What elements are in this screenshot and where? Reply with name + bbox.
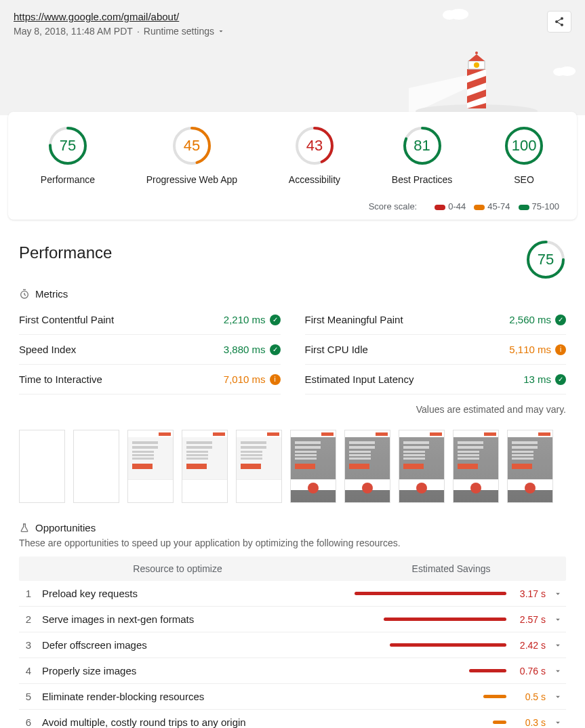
metric-value: 3,880 ms [224,344,266,355]
svg-point-11 [474,62,479,68]
opportunity-index: 1 [19,588,38,599]
opportunities-table-header: Resource to optimize Estimated Savings [19,557,566,581]
score-accessibility[interactable]: 43Accessibility [289,125,340,185]
opportunity-row[interactable]: 6 Avoid multiple, costly round trips to … [19,710,566,728]
opportunities-subheading: Opportunities [19,522,566,533]
metric-value: 2,210 ms [224,314,266,325]
svg-point-13 [475,52,478,54]
runtime-settings-toggle[interactable]: Runtime settings [144,26,225,37]
savings-bar [312,721,510,724]
filmstrip [19,430,566,503]
chevron-down-icon [550,718,566,727]
metric-value: 2,560 ms [509,314,551,325]
metric-row: First Contentful Paint2,210 ms✓ [19,305,281,335]
metrics-note: Values are estimated and may vary. [19,404,566,415]
scores-card: 75Performance45Progressive Web App43Acce… [8,112,577,220]
cloud-icon [550,64,577,77]
cloud-icon [439,5,470,20]
metric-name: Estimated Input Latency [305,373,414,385]
gauge-icon: 81 [402,125,443,166]
metric-row: Speed Index3,880 ms✓ [19,335,281,365]
savings-value: 2.57 s [509,614,550,625]
filmstrip-frame [73,430,119,503]
check-icon: ✓ [270,315,281,325]
metric-row: First Meaningful Paint2,560 ms✓ [305,305,567,335]
svg-point-3 [559,66,576,76]
lab-icon [19,523,30,533]
score-performance[interactable]: 75Performance [41,125,95,185]
svg-point-1 [449,9,468,20]
score-label: Progressive Web App [146,174,237,185]
check-icon: ✓ [270,344,281,355]
opportunity-index: 5 [19,691,38,702]
score-seo[interactable]: 100SEO [504,125,544,185]
opportunities-table: Resource to optimize Estimated Savings 1… [19,557,566,728]
separator-dot: · [137,26,140,37]
filmstrip-frame [19,430,65,503]
opportunity-name: Preload key requests [38,588,312,599]
savings-value: 3.17 s [509,588,550,599]
score-label: SEO [514,174,534,185]
opportunity-index: 4 [19,665,38,676]
report-header: https://www.google.com/gmail/about/ May … [0,0,585,115]
opportunity-row[interactable]: 4 Properly size images 0.76 s [19,658,566,684]
section-title-performance: Performance [19,243,112,262]
svg-marker-12 [468,54,485,61]
chevron-down-icon [550,641,566,650]
opportunity-row[interactable]: 2 Serve images in next-gen formats 2.57 … [19,607,566,632]
info-icon: i [270,374,281,385]
opportunity-name: Avoid multiple, costly round trips to an… [38,716,312,728]
score-label: Performance [41,174,95,185]
opportunity-index: 6 [19,716,38,728]
performance-gauge-large: 75 [525,239,566,280]
scale-range: 0-44 [435,201,466,211]
savings-value: 0.76 s [509,666,550,676]
score-label: Accessibility [289,174,340,185]
opportunity-row[interactable]: 5 Eliminate render-blocking resources 0.… [19,684,566,710]
score-scale-legend: Score scale: 0-4445-7475-100 [15,201,570,211]
score-progressive-web-app[interactable]: 45Progressive Web App [146,125,237,185]
metric-row: First CPU Idle5,110 msi [305,335,567,365]
filmstrip-frame [127,430,174,503]
scale-range: 75-100 [519,201,559,211]
timer-icon [19,289,30,300]
share-button[interactable] [547,11,571,33]
savings-value: 0.3 s [509,717,550,728]
opportunity-row[interactable]: 1 Preload key requests 3.17 s [19,581,566,607]
filmstrip-frame [236,430,282,503]
filmstrip-frame [507,430,553,503]
metric-name: First Meaningful Paint [305,314,403,325]
metric-name: First CPU Idle [305,344,368,355]
chevron-down-icon [550,692,566,702]
opportunity-index: 2 [19,613,38,625]
opportunity-name: Eliminate render-blocking resources [38,691,312,702]
gauge-icon: 100 [504,125,544,166]
lighthouse-illustration [409,41,544,115]
filmstrip-frame [290,430,336,503]
filmstrip-frame [344,430,390,503]
metric-value: 13 ms [523,373,551,385]
opportunity-name: Serve images in next-gen formats [38,613,312,625]
metric-value: 7,010 ms [224,373,266,385]
gauge-icon: 45 [172,125,212,166]
savings-value: 0.5 s [509,691,550,702]
opportunities-intro: These are opportunities to speed up your… [19,538,566,548]
metric-name: Speed Index [19,344,76,355]
metric-row: Estimated Input Latency13 ms✓ [305,365,567,395]
gauge-icon: 43 [294,125,335,166]
filmstrip-frame [453,430,499,503]
metric-value: 5,110 ms [509,344,551,355]
opportunity-row[interactable]: 3 Defer offscreen images 2.42 s [19,632,566,658]
score-best-practices[interactable]: 81Best Practices [392,125,452,185]
chevron-down-icon [217,27,225,35]
chevron-down-icon [550,615,566,624]
performance-section: Performance 75 Metrics First Contentful … [0,223,585,728]
opportunity-name: Properly size images [38,665,312,676]
chevron-down-icon [550,666,566,676]
savings-value: 2.42 s [509,640,550,651]
check-icon: ✓ [555,315,566,325]
metric-name: Time to Interactive [19,373,102,385]
opportunity-name: Defer offscreen images [38,639,312,651]
tested-url[interactable]: https://www.google.com/gmail/about/ [14,11,179,22]
metrics-subheading: Metrics [19,288,566,300]
